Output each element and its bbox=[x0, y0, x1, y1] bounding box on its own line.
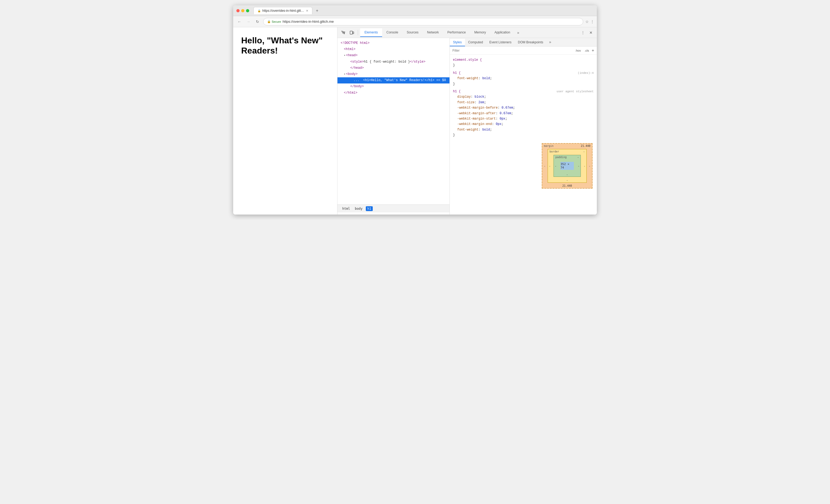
tab-elements[interactable]: Elements bbox=[360, 28, 382, 37]
devtools-tabs: Elements Console Sources Network Perform… bbox=[360, 28, 578, 37]
secure-badge: 🔒 Secure bbox=[267, 20, 281, 23]
maximize-button[interactable] bbox=[246, 9, 249, 12]
toolbar-divider bbox=[358, 30, 358, 35]
dom-line: ▾<body> bbox=[338, 71, 449, 77]
css-property: -webkit-margin-start: 0px; bbox=[453, 116, 594, 122]
tab-favicon: 🔒 bbox=[257, 9, 261, 12]
traffic-lights bbox=[236, 9, 249, 12]
rule-close-brace: } bbox=[453, 81, 594, 87]
rule-selector[interactable]: element.style { bbox=[453, 57, 482, 63]
main-content: Hello, "What's New" Readers! bbox=[233, 27, 597, 215]
border-right-val: - bbox=[584, 164, 585, 167]
svg-rect-0 bbox=[350, 31, 352, 34]
margin-bottom-val: 21.440 bbox=[562, 184, 572, 187]
style-rule-header: h1 { user agent stylesheet bbox=[453, 89, 594, 94]
dom-line: <style>h1 { font-weight: bold }</style> bbox=[338, 59, 449, 65]
style-rule-h1-ua: h1 { user agent stylesheet display: bloc… bbox=[450, 88, 597, 139]
padding-val: - bbox=[577, 156, 579, 159]
tab-title: https://overrides-in-html.glitc… bbox=[262, 9, 304, 12]
border-val: - bbox=[583, 150, 585, 153]
breadcrumb-body[interactable]: body bbox=[353, 206, 364, 211]
subtab-styles[interactable]: Styles bbox=[450, 39, 465, 46]
filter-cls-button[interactable]: .cls bbox=[583, 49, 590, 53]
tab-bar: 🔒 https://overrides-in-html.glitc… ✕ + bbox=[254, 7, 594, 14]
rule-selector[interactable]: h1 { bbox=[453, 89, 461, 94]
border-left-val: - bbox=[549, 164, 550, 167]
style-rule-element: element.style { } bbox=[450, 56, 597, 69]
tab-network[interactable]: Network bbox=[423, 28, 443, 37]
tab-application[interactable]: Application bbox=[490, 28, 514, 37]
margin-right-val: - bbox=[589, 164, 590, 167]
svg-rect-1 bbox=[353, 32, 354, 34]
css-property: -webkit-margin-before: 0.67em; bbox=[453, 105, 594, 111]
tab-sources[interactable]: Sources bbox=[403, 28, 423, 37]
device-toggle-button[interactable] bbox=[348, 29, 356, 36]
css-value[interactable]: bold bbox=[482, 76, 490, 80]
subtab-dom-breakpoints[interactable]: DOM Breakpoints bbox=[515, 39, 547, 46]
box-model-section: margin 21.440 21.440 - - border - bbox=[450, 139, 597, 193]
margin-top-val: 21.440 bbox=[581, 145, 590, 148]
tab-memory[interactable]: Memory bbox=[470, 28, 490, 37]
padding-bottom-val: - bbox=[566, 173, 568, 176]
dom-eq: == $0 bbox=[437, 78, 446, 82]
subtab-event-listeners[interactable]: Event Listeners bbox=[486, 39, 515, 46]
dom-line: </head> bbox=[338, 65, 449, 71]
devtools-body: <!DOCTYPE html> <html> ▾<head> <style>h1… bbox=[338, 38, 597, 215]
forward-button[interactable]: → bbox=[245, 18, 252, 25]
dom-line: ▾<head> bbox=[338, 53, 449, 59]
css-property: font-size: 2em; bbox=[453, 100, 594, 105]
dom-line: </body> bbox=[338, 84, 449, 90]
browser-tab-active[interactable]: 🔒 https://overrides-in-html.glitc… ✕ bbox=[254, 7, 312, 14]
breadcrumb-html[interactable]: html bbox=[341, 206, 352, 211]
add-style-rule-button[interactable]: + bbox=[592, 48, 594, 53]
css-prop[interactable]: font-weight bbox=[457, 76, 478, 80]
inspect-element-button[interactable] bbox=[340, 29, 347, 36]
css-property: -webkit-margin-after: 0.67em; bbox=[453, 111, 594, 116]
css-property: font-weight: bold; bbox=[453, 76, 594, 81]
more-subtabs-icon[interactable]: » bbox=[546, 38, 554, 46]
rule-source: (index):4 bbox=[578, 71, 594, 76]
devtools-close-button[interactable]: ✕ bbox=[587, 29, 595, 36]
rule-close-brace: } bbox=[453, 63, 594, 68]
rule-selector[interactable]: h1 { bbox=[453, 70, 461, 76]
box-model-content: 352 × 74 bbox=[561, 162, 574, 170]
more-tabs-icon[interactable]: » bbox=[514, 28, 522, 37]
filter-input[interactable] bbox=[452, 49, 573, 53]
box-model: margin 21.440 21.440 - - border - bbox=[542, 143, 593, 189]
devtools-right-icons: ⋮ ✕ bbox=[579, 29, 595, 36]
bookmark-icon[interactable]: ☆ bbox=[585, 20, 589, 24]
tab-close-icon[interactable]: ✕ bbox=[306, 9, 308, 12]
border-label: border bbox=[549, 150, 559, 153]
dom-line: <!DOCTYPE html> bbox=[338, 40, 449, 46]
filter-hov-button[interactable]: :hov bbox=[574, 49, 582, 53]
style-rule-header: element.style { bbox=[453, 57, 594, 63]
back-button[interactable]: ← bbox=[236, 18, 243, 25]
devtools-settings-button[interactable]: ⋮ bbox=[579, 29, 587, 36]
reload-button[interactable]: ↻ bbox=[254, 18, 261, 25]
new-tab-button[interactable]: + bbox=[313, 7, 321, 14]
subtab-computed[interactable]: Computed bbox=[465, 39, 486, 46]
filter-bar: :hov .cls + bbox=[450, 46, 597, 55]
dom-panel: <!DOCTYPE html> <html> ▾<head> <style>h1… bbox=[338, 38, 450, 215]
address-bar: ← → ↻ 🔒 Secure https://overrides-in-html… bbox=[233, 16, 597, 27]
styles-subtabs: Styles Computed Event Listeners DOM Brea… bbox=[450, 38, 597, 46]
tab-performance[interactable]: Performance bbox=[443, 28, 470, 37]
address-input[interactable]: 🔒 Secure https://overrides-in-html.glitc… bbox=[263, 18, 583, 25]
tab-console[interactable]: Console bbox=[382, 28, 403, 37]
devtools-toolbar: Elements Console Sources Network Perform… bbox=[338, 27, 597, 38]
style-rule-header: h1 { (index):4 bbox=[453, 70, 594, 76]
content-size: 352 × 74 bbox=[561, 162, 574, 169]
css-property: -webkit-margin-end: 0px; bbox=[453, 122, 594, 127]
padding-label: padding bbox=[555, 156, 567, 159]
dom-line: <html> bbox=[338, 46, 449, 53]
breadcrumb-h1[interactable]: h1 bbox=[366, 206, 373, 211]
page-heading: Hello, "What's New" Readers! bbox=[241, 35, 329, 56]
devtools-panel: Elements Console Sources Network Perform… bbox=[338, 27, 597, 215]
close-button[interactable] bbox=[236, 9, 240, 12]
menu-icon[interactable]: ⋮ bbox=[590, 20, 594, 24]
margin-label: margin bbox=[544, 145, 553, 148]
css-property: display: block; bbox=[453, 94, 594, 99]
dom-line-selected[interactable]: ... <h1>Hello, "What's New" Readers!</h1… bbox=[338, 77, 449, 84]
styles-content: element.style { } h1 { (index):4 font- bbox=[450, 55, 597, 215]
minimize-button[interactable] bbox=[241, 9, 245, 12]
